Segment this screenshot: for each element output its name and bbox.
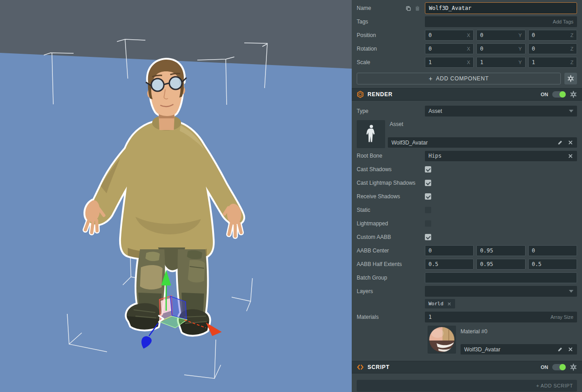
- tags-input[interactable]: Add Tags: [425, 16, 577, 27]
- flag-row: Cast Lightmap Shadows: [357, 176, 577, 190]
- render-component-icon: [357, 91, 364, 98]
- aabb-center-z-field[interactable]: 0: [528, 245, 577, 256]
- copy-icon[interactable]: [405, 5, 411, 11]
- flag-row: Lightmapped: [357, 217, 577, 230]
- type-row: Type Asset: [357, 104, 577, 118]
- add-script-label: + ADD SCRIPT: [536, 383, 573, 388]
- flag-row: Custom AABB: [357, 230, 577, 244]
- aabb-half-extents-row: AABB Half Extents 0.5 0.95 0.5: [357, 257, 577, 271]
- materials-count-field[interactable]: 1 Array Size: [425, 312, 577, 322]
- type-select[interactable]: Asset: [425, 106, 577, 117]
- name-input[interactable]: [425, 2, 577, 14]
- remove-layer-icon[interactable]: [447, 302, 452, 306]
- viewport-3d[interactable]: [0, 0, 352, 392]
- aabb-half-y-field[interactable]: 0.95: [476, 259, 525, 270]
- position-label: Position: [357, 32, 376, 38]
- position-row: Position 0X 0Y 0Z: [357, 28, 577, 42]
- flag-label: Lightmapped: [357, 220, 388, 227]
- script-on-label: ON: [541, 364, 549, 370]
- plus-icon: +: [428, 75, 433, 82]
- checkbox[interactable]: [425, 193, 431, 200]
- root-bone-value: Hips: [428, 153, 563, 159]
- layer-chip-world[interactable]: World: [425, 299, 455, 308]
- scale-y-field[interactable]: 1Y: [476, 57, 525, 68]
- aabb-center-label: AABB Center: [357, 247, 389, 254]
- flag-label: Cast Lightmap Shadows: [357, 180, 415, 186]
- script-enabled-toggle[interactable]: [552, 364, 566, 370]
- aabb-half-x-field[interactable]: 0.5: [425, 259, 474, 270]
- gear-icon[interactable]: [570, 91, 577, 98]
- asset-label: Asset: [388, 121, 577, 127]
- rotation-z-field[interactable]: 0Z: [528, 43, 577, 54]
- batch-group-field[interactable]: [425, 272, 577, 283]
- position-x-field[interactable]: 0X: [425, 30, 474, 41]
- checkbox[interactable]: [425, 220, 431, 227]
- flag-label: Static: [357, 207, 370, 213]
- aabb-center-x-field[interactable]: 0: [425, 245, 474, 256]
- material-reference-value: Wolf3D_Avatar: [464, 346, 553, 353]
- aabb-half-extents-label: AABB Half Extents: [357, 261, 402, 267]
- gear-icon[interactable]: [570, 364, 577, 371]
- checkbox[interactable]: [425, 234, 431, 240]
- name-row: Name: [357, 1, 577, 15]
- render-enabled-toggle[interactable]: [552, 91, 566, 98]
- script-component-title: SCRIPT: [368, 364, 390, 370]
- add-component-button[interactable]: + ADD COMPONENT: [357, 73, 561, 84]
- layers-select[interactable]: [425, 286, 577, 297]
- render-component-header[interactable]: RENDER ON: [352, 88, 582, 101]
- checkbox[interactable]: [425, 207, 431, 213]
- root-bone-row: Root Bone Hips: [357, 149, 577, 163]
- asset-slot: Asset Wolf3D_Avatar: [357, 120, 577, 148]
- position-z-field[interactable]: 0Z: [528, 30, 577, 41]
- scale-z-field[interactable]: 1Z: [528, 57, 577, 68]
- add-script-field[interactable]: + ADD SCRIPT: [357, 380, 577, 392]
- checkbox[interactable]: [425, 166, 431, 173]
- script-component-header[interactable]: SCRIPT ON: [352, 361, 582, 373]
- root-bone-field[interactable]: Hips: [425, 151, 577, 161]
- clear-icon[interactable]: [568, 153, 573, 159]
- checkbox[interactable]: [425, 180, 431, 186]
- scale-row: Scale 1X 1Y 1Z: [357, 56, 577, 69]
- flag-label: Cast Shadows: [357, 166, 391, 173]
- rotation-y-field[interactable]: 0Y: [476, 43, 525, 54]
- asset-reference-value: Wolf3D_Avatar: [391, 140, 553, 146]
- rotation-row: Rotation 0X 0Y 0Z: [357, 42, 577, 56]
- flag-row: Cast Shadows: [357, 163, 577, 176]
- tags-row: Tags Add Tags: [357, 15, 577, 28]
- inspector-panel: Name Tags Add Tags Position 0X 0Y 0Z: [352, 0, 582, 392]
- materials-label: Materials: [357, 314, 379, 320]
- tags-label: Tags: [357, 19, 368, 25]
- rotation-x-field[interactable]: 0X: [425, 43, 474, 54]
- material-slot-0: Material #0 Wolf3D_Avatar: [428, 326, 577, 355]
- paste-icon[interactable]: [414, 5, 420, 11]
- position-y-field[interactable]: 0Y: [476, 30, 525, 41]
- asset-thumbnail[interactable]: [357, 120, 385, 148]
- script-component-icon: [357, 364, 364, 371]
- component-settings-button[interactable]: [564, 73, 577, 84]
- material-thumbnail[interactable]: [428, 326, 456, 354]
- material-reference-field[interactable]: Wolf3D_Avatar: [461, 344, 577, 355]
- scale-x-field[interactable]: 1X: [425, 57, 474, 68]
- flag-row: Receive Shadows: [357, 190, 577, 203]
- edit-icon[interactable]: [557, 346, 563, 352]
- clear-icon[interactable]: [568, 346, 573, 352]
- render-on-label: ON: [541, 92, 549, 97]
- chevron-down-icon: [569, 110, 573, 112]
- render-component-title: RENDER: [368, 91, 392, 98]
- edit-icon[interactable]: [557, 140, 563, 145]
- materials-row: Materials 1 Array Size: [357, 310, 577, 324]
- render-flags: Cast ShadowsCast Lightmap ShadowsReceive…: [357, 163, 577, 244]
- batch-group-label: Batch Group: [357, 275, 387, 281]
- material-item-label: Material #0: [461, 328, 577, 335]
- chevron-down-icon: [569, 290, 573, 293]
- aabb-center-row: AABB Center 0 0.95 0: [357, 244, 577, 257]
- asset-reference-field[interactable]: Wolf3D_Avatar: [388, 137, 577, 148]
- clear-icon[interactable]: [568, 140, 573, 145]
- layer-chip-label: World: [428, 301, 443, 307]
- aabb-center-y-field[interactable]: 0.95: [476, 245, 525, 256]
- tags-placeholder: Add Tags: [553, 19, 573, 24]
- layers-row: Layers: [357, 285, 577, 298]
- aabb-half-z-field[interactable]: 0.5: [528, 259, 577, 270]
- flag-label: Custom AABB: [357, 234, 391, 240]
- root-bone-label: Root Bone: [357, 153, 382, 159]
